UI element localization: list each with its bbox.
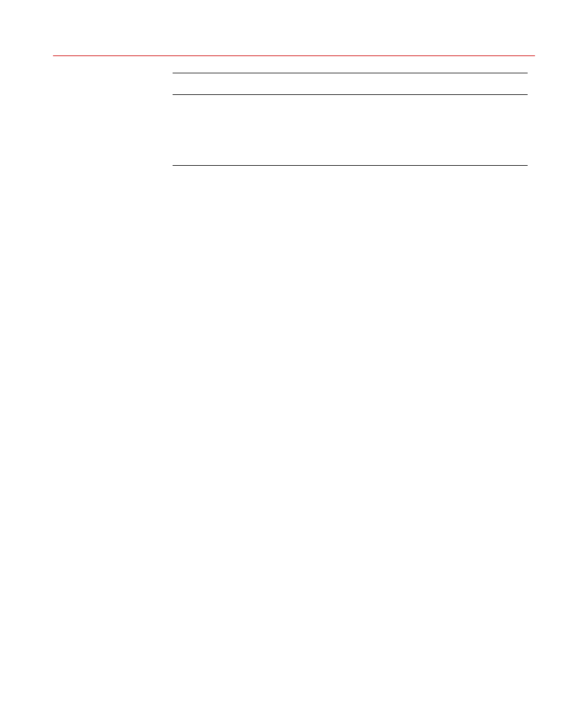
doc-rule	[173, 165, 528, 166]
doc-rule	[173, 94, 528, 95]
doc-rule	[173, 73, 528, 73]
